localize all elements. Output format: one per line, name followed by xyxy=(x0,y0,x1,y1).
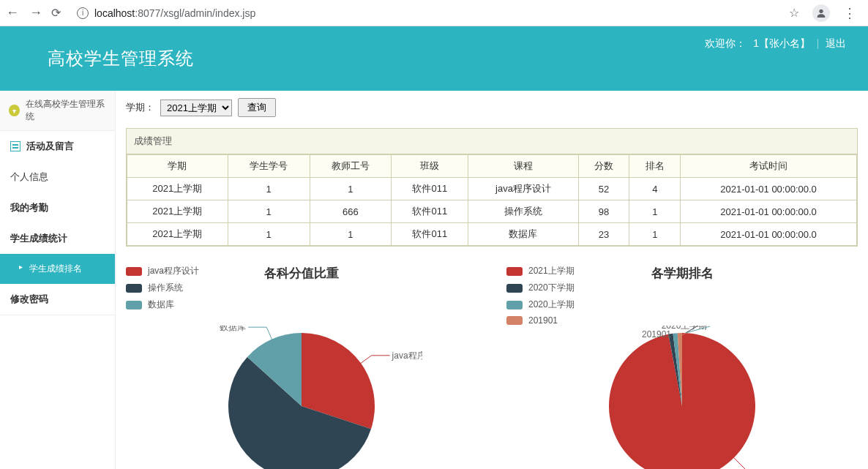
sidebar-item-ranking[interactable]: 学生成绩排名 xyxy=(0,254,115,284)
charts-area: java程序设计操作系统数据库 各科分值比重 java程序设计操作系统数据库 2… xyxy=(126,265,858,469)
table-header: 课程 xyxy=(468,155,579,178)
user-link[interactable]: 1【张小名】 xyxy=(753,37,810,50)
sidebar-header[interactable]: ▾ 在线高校学生管理系统 xyxy=(0,91,115,131)
table-cell: 666 xyxy=(310,200,392,223)
table-header: 班级 xyxy=(392,155,468,178)
legend-item[interactable]: 2021上学期 xyxy=(506,265,575,277)
table-cell: 23 xyxy=(578,223,629,246)
legend-swatch xyxy=(126,301,142,309)
semester-select[interactable]: 2021上学期 xyxy=(160,100,232,116)
semester-label: 学期： xyxy=(126,101,154,114)
grades-table-wrap: 成绩管理 学期学生学号教师工号班级课程分数排名考试时间 2021上学期11软件0… xyxy=(126,128,858,247)
table-caption: 成绩管理 xyxy=(127,129,857,154)
browser-toolbar: ← → ⟳ i localhost:8077/xsgl/admin/index.… xyxy=(0,0,868,26)
legend-label: 操作系统 xyxy=(148,282,183,294)
table-cell: 98 xyxy=(578,200,629,223)
legend-label: 2020上学期 xyxy=(528,299,575,311)
sidebar: ▾ 在线高校学生管理系统 活动及留言 个人信息 我的考勤 学生成绩统计 学生成绩… xyxy=(0,91,116,469)
table-cell: java程序设计 xyxy=(468,178,579,200)
legend-item[interactable]: 2020上学期 xyxy=(506,299,575,311)
pie-chart: 2020下学期2020上学期2019012021上学期 xyxy=(561,326,803,469)
table-cell: 2021上学期 xyxy=(127,223,228,246)
legend-swatch xyxy=(506,284,523,293)
logout-link[interactable]: 退出 xyxy=(826,37,846,50)
chart-legend: 2021上学期2020下学期2020上学期201901 xyxy=(506,265,575,330)
table-cell: 1 xyxy=(228,223,310,246)
table-cell: 1 xyxy=(629,223,681,246)
sidebar-activity[interactable]: 活动及留言 xyxy=(0,131,115,162)
legend-swatch xyxy=(506,267,523,276)
svg-text:java程序设计: java程序设计 xyxy=(392,350,422,361)
legend-label: 201901 xyxy=(528,315,558,326)
list-icon xyxy=(10,141,20,151)
back-icon[interactable]: ← xyxy=(6,5,19,20)
table-cell: 2021上学期 xyxy=(127,200,228,223)
table-cell: 4 xyxy=(629,178,681,200)
divider xyxy=(818,39,818,49)
svg-text:201901: 201901 xyxy=(642,329,671,339)
table-cell: 1 xyxy=(310,178,392,200)
filter-row: 学期： 2021上学期 查询 xyxy=(126,98,858,117)
table-cell: 52 xyxy=(578,178,629,200)
table-row: 2021上学期11软件011java程序设计5242021-01-01 00:0… xyxy=(127,178,857,200)
sidebar-item-stats[interactable]: 学生成绩统计 xyxy=(0,223,115,254)
reload-icon[interactable]: ⟳ xyxy=(51,6,61,20)
table-row: 2021上学期1666软件011操作系统9812021-01-01 00:00:… xyxy=(127,200,857,223)
nav-arrows: ← → xyxy=(6,5,42,20)
user-area: 欢迎你： 1【张小名】 退出 xyxy=(705,37,846,50)
table-cell: 1 xyxy=(228,178,310,200)
legend-item[interactable]: 操作系统 xyxy=(126,282,199,294)
table-cell: 数据库 xyxy=(468,223,579,246)
table-header: 教师工号 xyxy=(310,155,392,178)
table-cell: 1 xyxy=(228,200,310,223)
table-header: 学期 xyxy=(127,155,228,178)
legend-swatch xyxy=(126,284,142,293)
sidebar-item-profile[interactable]: 个人信息 xyxy=(0,162,115,192)
legend-label: java程序设计 xyxy=(148,265,199,277)
sidebar-system-label: 在线高校学生管理系统 xyxy=(26,98,106,123)
profile-icon[interactable] xyxy=(812,4,830,22)
app-title: 高校学生管理系统 xyxy=(48,47,194,70)
grades-table: 学期学生学号教师工号班级课程分数排名考试时间 2021上学期11软件011jav… xyxy=(127,154,857,246)
app-banner: 高校学生管理系统 欢迎你： 1【张小名】 退出 xyxy=(0,26,868,91)
svg-text:数据库: 数据库 xyxy=(220,326,246,332)
subject-score-chart: java程序设计操作系统数据库 各科分值比重 java程序设计操作系统数据库 xyxy=(126,265,477,469)
table-header: 学生学号 xyxy=(228,155,310,178)
table-cell: 2021-01-01 00:00:00.0 xyxy=(681,200,857,223)
welcome-label: 欢迎你： xyxy=(705,37,746,50)
pie-chart: java程序设计操作系统数据库 xyxy=(181,326,422,469)
table-cell: 2021-01-01 00:00:00.0 xyxy=(681,178,857,200)
legend-swatch xyxy=(506,316,523,325)
table-cell: 软件011 xyxy=(392,178,468,200)
table-cell: 1 xyxy=(629,200,681,223)
info-icon[interactable]: i xyxy=(77,7,89,19)
sidebar-item-password[interactable]: 修改密码 xyxy=(0,284,115,315)
table-cell: 2021上学期 xyxy=(127,178,228,200)
legend-item[interactable]: java程序设计 xyxy=(126,265,199,277)
collapse-icon[interactable]: ▾ xyxy=(9,105,20,116)
svg-point-0 xyxy=(819,9,823,12)
forward-icon[interactable]: → xyxy=(29,5,42,20)
table-row: 2021上学期11软件011数据库2312021-01-01 00:00:00.… xyxy=(127,223,857,246)
main-content: 学期： 2021上学期 查询 成绩管理 学期学生学号教师工号班级课程分数排名考试… xyxy=(116,91,868,469)
legend-item[interactable]: 数据库 xyxy=(126,299,199,311)
table-cell: 2021-01-01 00:00:00.0 xyxy=(681,223,857,246)
table-cell: 1 xyxy=(310,223,392,246)
table-header: 排名 xyxy=(629,155,681,178)
legend-label: 2020下学期 xyxy=(528,282,575,294)
bookmark-icon[interactable]: ☆ xyxy=(789,6,799,20)
legend-item[interactable]: 2020下学期 xyxy=(506,282,575,294)
menu-icon[interactable]: ⋮ xyxy=(843,5,856,21)
legend-swatch xyxy=(506,301,523,309)
semester-rank-chart: 2021上学期2020下学期2020上学期201901 各学期排名 2020下学… xyxy=(506,265,858,469)
url-bar[interactable]: i localhost:8077/xsgl/admin/index.jsp xyxy=(70,4,780,22)
legend-item[interactable]: 201901 xyxy=(506,315,575,326)
chart-legend: java程序设计操作系统数据库 xyxy=(126,265,199,315)
sidebar-item-attendance[interactable]: 我的考勤 xyxy=(0,192,115,223)
legend-label: 2021上学期 xyxy=(528,265,575,277)
table-cell: 操作系统 xyxy=(468,200,579,223)
query-button[interactable]: 查询 xyxy=(238,98,276,117)
sidebar-activity-label: 活动及留言 xyxy=(26,140,74,153)
table-cell: 软件011 xyxy=(392,223,468,246)
url-text: localhost:8077/xsgl/admin/index.jsp xyxy=(94,7,255,19)
